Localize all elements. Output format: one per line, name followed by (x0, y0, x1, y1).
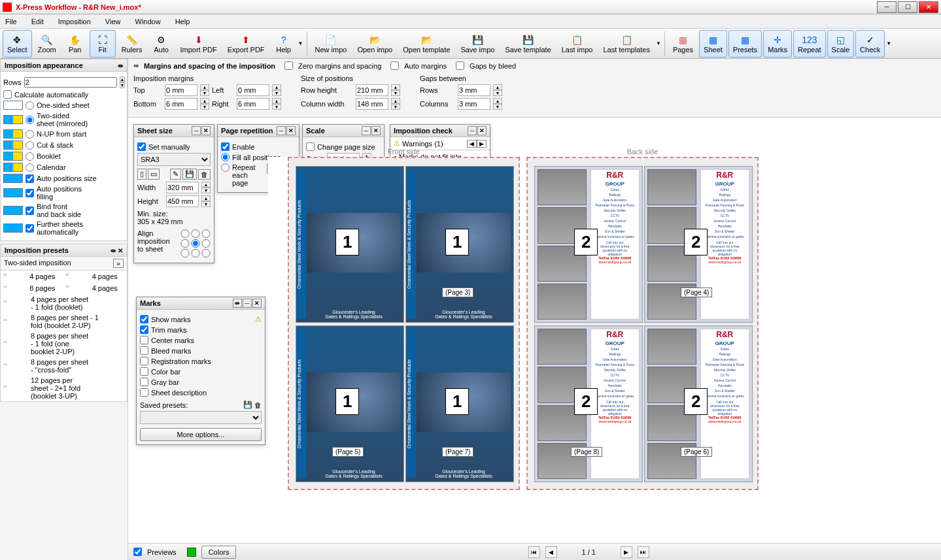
export-pdf-button[interactable]: ⬆Export PDF (223, 30, 269, 58)
rulers-button[interactable]: 📏Rulers (117, 30, 147, 58)
import-pdf-button[interactable]: ⬇Import PDF (176, 30, 222, 58)
menu-view[interactable]: View (103, 16, 124, 27)
menubar: File Edit Imposition View Window Help (0, 14, 941, 29)
new-impo-button[interactable]: 📄New impo (311, 30, 352, 58)
main-toolbar: ✥Select 🔍Zoom ✋Pan ⛶Fit 📏Rulers ⚙Auto ⬇I… (0, 29, 941, 59)
last-impo-button[interactable]: 📋Last impo (557, 30, 598, 58)
menu-help[interactable]: Help (173, 16, 193, 27)
menu-edit[interactable]: Edit (29, 16, 46, 27)
help-button[interactable]: ?Help (271, 30, 297, 58)
window-title: X-Press Workflow - R&R New_i.mox* (16, 3, 141, 11)
presets-button[interactable]: ▦Presets (728, 30, 762, 58)
zoom-button[interactable]: 🔍Zoom (33, 30, 61, 58)
save-template-button[interactable]: 💾Save template (500, 30, 555, 58)
titlebar: X-Press Workflow - R&R New_i.mox* ─ ☐ ✕ (0, 0, 941, 14)
maximize-button[interactable]: ☐ (898, 1, 917, 13)
select-button[interactable]: ✥Select (3, 30, 32, 58)
menu-file[interactable]: File (3, 16, 20, 27)
open-template-button[interactable]: 📂Open template (398, 30, 454, 58)
menu-window[interactable]: Window (133, 16, 163, 27)
pan-button[interactable]: ✋Pan (62, 30, 88, 58)
app-icon (3, 3, 12, 12)
close-button[interactable]: ✕ (919, 1, 938, 13)
minimize-button[interactable]: ─ (877, 1, 897, 13)
check-button[interactable]: ✓Check (855, 30, 885, 58)
marks-button[interactable]: ✛Marks (763, 30, 792, 58)
scale-button[interactable]: ◱Scale (827, 30, 855, 58)
auto-button[interactable]: ⚙Auto (148, 30, 175, 58)
last-templates-button[interactable]: 📋Last templates (598, 30, 655, 58)
menu-imposition[interactable]: Imposition (56, 16, 94, 27)
open-impo-button[interactable]: 📂Open impo (352, 30, 397, 58)
repeat-button[interactable]: 123Repeat (793, 30, 825, 58)
pages-button[interactable]: ▦Pages (668, 30, 698, 58)
sheet-button[interactable]: ▦Sheet (699, 30, 727, 58)
save-impo-button[interactable]: 💾Save impo (456, 30, 499, 58)
fit-button[interactable]: ⛶Fit (90, 30, 116, 58)
